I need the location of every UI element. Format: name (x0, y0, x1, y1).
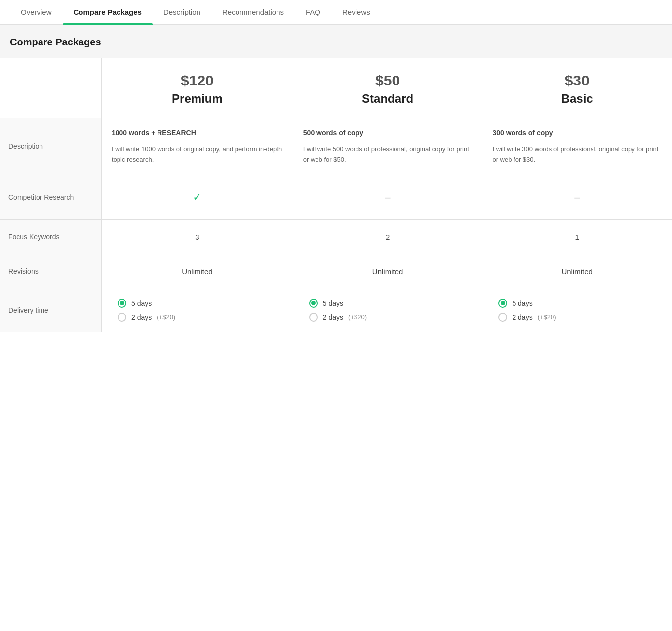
compare-table: $120 Premium $50 Standard $30 Basic (0, 58, 672, 332)
premium-revisions: Unlimited (102, 254, 293, 289)
premium-description: 1000 words + RESEARCH I will write 1000 … (102, 118, 293, 175)
revisions-row: Revisions Unlimited Unlimited Unlimited (0, 254, 672, 289)
basic-delivery-5days[interactable]: 5 days (498, 299, 656, 308)
standard-radio-5days-outer[interactable] (309, 299, 318, 308)
revisions-label: Revisions (0, 254, 102, 289)
tab-overview[interactable]: Overview (10, 0, 63, 24)
basic-5days-label: 5 days (512, 299, 532, 307)
basic-radio-2days-outer[interactable] (498, 313, 507, 322)
standard-revisions-value: Unlimited (372, 267, 403, 276)
standard-revisions: Unlimited (293, 254, 482, 289)
basic-desc-body: I will write 300 words of professional, … (492, 144, 662, 165)
description-row: Description 1000 words + RESEARCH I will… (0, 118, 672, 175)
basic-2days-label: 2 days (512, 313, 532, 321)
basic-2days-addon: (+$20) (538, 313, 556, 321)
tab-recommendations[interactable]: Recommendations (211, 0, 295, 24)
delivery-time-row: Delivery time 5 days 2 days (+$20) (0, 289, 672, 332)
focus-keywords-row: Focus Keywords 3 2 1 (0, 219, 672, 254)
premium-desc-body: I will write 1000 words of original copy… (112, 144, 283, 165)
premium-price: $120 (112, 72, 283, 89)
delivery-time-label: Delivery time (0, 289, 102, 332)
premium-delivery: 5 days 2 days (+$20) (102, 289, 293, 332)
premium-radio-5days-outer[interactable] (118, 299, 126, 308)
standard-delivery-5days[interactable]: 5 days (309, 299, 467, 308)
standard-desc-body: I will write 500 words of professional, … (303, 144, 473, 165)
basic-radio-5days-outer[interactable] (498, 299, 507, 308)
premium-delivery-2days[interactable]: 2 days (+$20) (118, 313, 277, 322)
premium-5days-label: 5 days (131, 299, 152, 307)
checkmark-icon: ✓ (193, 191, 201, 203)
standard-name: Standard (303, 92, 473, 106)
basic-radio-5days-inner (501, 301, 505, 305)
basic-description: 300 words of copy I will write 300 words… (482, 118, 672, 175)
premium-2days-addon: (+$20) (157, 313, 175, 321)
basic-name: Basic (492, 92, 662, 106)
basic-keywords-value: 1 (575, 233, 579, 241)
tab-faq[interactable]: FAQ (295, 0, 331, 24)
standard-delivery: 5 days 2 days (+$20) (293, 289, 482, 332)
description-label: Description (0, 118, 102, 175)
premium-radio-5days-inner (120, 301, 124, 305)
premium-header: $120 Premium (102, 58, 293, 118)
standard-delivery-2days[interactable]: 2 days (+$20) (309, 313, 467, 322)
basic-revisions: Unlimited (482, 254, 672, 289)
standard-5days-label: 5 days (323, 299, 343, 307)
standard-focus-keywords: 2 (293, 219, 482, 254)
focus-keywords-label: Focus Keywords (0, 219, 102, 254)
standard-keywords-value: 2 (386, 233, 390, 241)
dash-icon: – (385, 192, 391, 203)
premium-delivery-5days[interactable]: 5 days (118, 299, 277, 308)
competitor-research-label: Competitor Research (0, 175, 102, 219)
premium-2days-label: 2 days (131, 313, 152, 321)
competitor-research-row: Competitor Research ✓ – – (0, 175, 672, 219)
standard-radio-5days-inner (311, 301, 316, 305)
premium-radio-2days-outer[interactable] (118, 313, 126, 322)
tab-description[interactable]: Description (153, 0, 211, 24)
standard-description: 500 words of copy I will write 500 words… (293, 118, 482, 175)
standard-2days-addon: (+$20) (348, 313, 367, 321)
basic-focus-keywords: 1 (482, 219, 672, 254)
premium-keywords-value: 3 (195, 233, 199, 241)
premium-focus-keywords: 3 (102, 219, 293, 254)
basic-delivery-2days[interactable]: 2 days (+$20) (498, 313, 656, 322)
premium-competitor: ✓ (102, 175, 293, 219)
standard-competitor: – (293, 175, 482, 219)
dash-icon-2: – (574, 192, 580, 203)
tab-compare-packages[interactable]: Compare Packages (63, 0, 153, 24)
standard-2days-label: 2 days (323, 313, 343, 321)
standard-price: $50 (303, 72, 473, 89)
premium-revisions-value: Unlimited (182, 267, 213, 276)
basic-revisions-value: Unlimited (561, 267, 593, 276)
standard-desc-title: 500 words of copy (303, 128, 473, 138)
basic-header: $30 Basic (482, 58, 672, 118)
premium-name: Premium (112, 92, 283, 106)
basic-price: $30 (492, 72, 662, 89)
page-title: Compare Packages (0, 25, 672, 58)
basic-competitor: – (482, 175, 672, 219)
premium-desc-title: 1000 words + RESEARCH (112, 128, 283, 138)
tab-reviews[interactable]: Reviews (331, 0, 381, 24)
basic-delivery: 5 days 2 days (+$20) (482, 289, 672, 332)
standard-header: $50 Standard (293, 58, 482, 118)
standard-radio-2days-outer[interactable] (309, 313, 318, 322)
packages-header-row: $120 Premium $50 Standard $30 Basic (0, 58, 672, 118)
basic-desc-title: 300 words of copy (492, 128, 662, 138)
navigation-tabs: Overview Compare Packages Description Re… (0, 0, 672, 25)
